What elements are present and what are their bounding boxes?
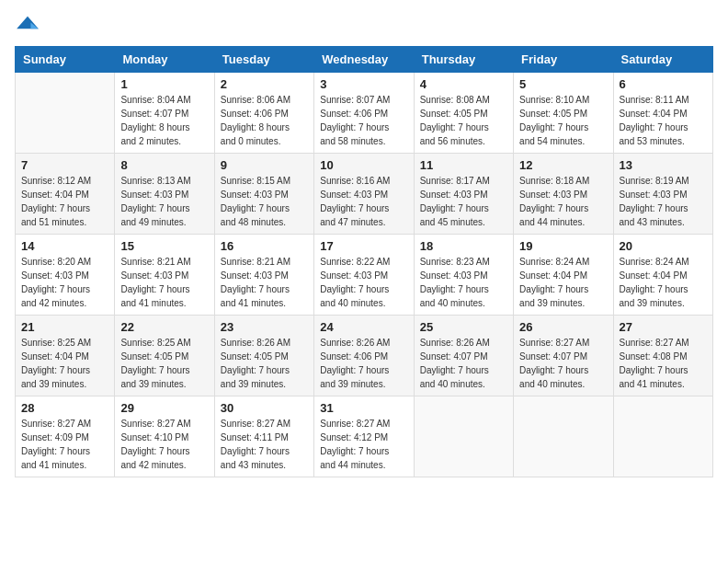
calendar-cell: 17Sunrise: 8:22 AM Sunset: 4:03 PM Dayli… [314,235,414,316]
day-number: 15 [120,239,208,253]
day-info: Sunrise: 8:04 AM Sunset: 4:07 PM Dayligh… [120,93,208,148]
calendar-cell: 31Sunrise: 8:27 AM Sunset: 4:12 PM Dayli… [314,396,414,477]
svg-marker-1 [30,22,38,29]
calendar-cell: 18Sunrise: 8:23 AM Sunset: 4:03 PM Dayli… [414,235,513,316]
day-info: Sunrise: 8:23 AM Sunset: 4:03 PM Dayligh… [420,255,507,310]
day-number: 21 [21,320,108,334]
day-number: 27 [620,320,707,334]
day-number: 28 [21,401,108,415]
day-number: 8 [120,158,208,172]
day-number: 3 [320,77,407,91]
day-info: Sunrise: 8:27 AM Sunset: 4:09 PM Dayligh… [21,417,108,472]
day-number: 23 [221,320,308,334]
calendar-cell: 30Sunrise: 8:27 AM Sunset: 4:11 PM Dayli… [214,396,313,477]
calendar-cell: 25Sunrise: 8:26 AM Sunset: 4:07 PM Dayli… [414,316,513,396]
day-info: Sunrise: 8:08 AM Sunset: 4:05 PM Dayligh… [420,93,507,148]
calendar-cell: 6Sunrise: 8:11 AM Sunset: 4:04 PM Daylig… [613,73,712,154]
calendar-cell: 11Sunrise: 8:17 AM Sunset: 4:03 PM Dayli… [414,154,513,235]
day-info: Sunrise: 8:21 AM Sunset: 4:03 PM Dayligh… [120,255,208,310]
calendar-cell: 13Sunrise: 8:19 AM Sunset: 4:03 PM Dayli… [613,154,712,235]
day-number: 29 [120,401,208,415]
calendar-week-row: 7Sunrise: 8:12 AM Sunset: 4:04 PM Daylig… [16,154,713,235]
calendar-header-wednesday: Wednesday [314,47,414,73]
calendar-header-thursday: Thursday [414,47,513,73]
calendar-cell [613,396,712,477]
day-info: Sunrise: 8:21 AM Sunset: 4:03 PM Dayligh… [221,255,308,310]
calendar-cell: 26Sunrise: 8:27 AM Sunset: 4:07 PM Dayli… [514,316,613,396]
calendar-cell: 3Sunrise: 8:07 AM Sunset: 4:06 PM Daylig… [314,73,414,154]
day-info: Sunrise: 8:27 AM Sunset: 4:08 PM Dayligh… [620,336,707,391]
day-info: Sunrise: 8:24 AM Sunset: 4:04 PM Dayligh… [519,255,607,310]
calendar-cell: 20Sunrise: 8:24 AM Sunset: 4:04 PM Dayli… [613,235,712,316]
day-number: 2 [221,77,308,91]
day-info: Sunrise: 8:16 AM Sunset: 4:03 PM Dayligh… [320,174,407,229]
day-number: 7 [21,158,108,172]
calendar-header-saturday: Saturday [613,47,712,73]
calendar-header-friday: Friday [514,47,613,73]
day-info: Sunrise: 8:25 AM Sunset: 4:05 PM Dayligh… [120,336,208,391]
day-number: 17 [320,239,407,253]
day-number: 19 [519,239,607,253]
day-number: 30 [221,401,308,415]
page-header [15,15,713,35]
calendar-cell: 27Sunrise: 8:27 AM Sunset: 4:08 PM Dayli… [613,316,712,396]
day-info: Sunrise: 8:11 AM Sunset: 4:04 PM Dayligh… [620,93,707,148]
logo-icon [15,15,40,35]
day-info: Sunrise: 8:27 AM Sunset: 4:11 PM Dayligh… [221,417,308,472]
calendar-cell: 16Sunrise: 8:21 AM Sunset: 4:03 PM Dayli… [214,235,313,316]
calendar-week-row: 21Sunrise: 8:25 AM Sunset: 4:04 PM Dayli… [16,316,713,396]
calendar-cell: 22Sunrise: 8:25 AM Sunset: 4:05 PM Dayli… [115,316,214,396]
calendar-cell: 19Sunrise: 8:24 AM Sunset: 4:04 PM Dayli… [514,235,613,316]
day-info: Sunrise: 8:26 AM Sunset: 4:05 PM Dayligh… [221,336,308,391]
day-number: 25 [420,320,507,334]
day-number: 12 [519,158,607,172]
calendar-cell: 10Sunrise: 8:16 AM Sunset: 4:03 PM Dayli… [314,154,414,235]
calendar-cell: 28Sunrise: 8:27 AM Sunset: 4:09 PM Dayli… [16,396,115,477]
day-info: Sunrise: 8:15 AM Sunset: 4:03 PM Dayligh… [221,174,308,229]
calendar-cell: 1Sunrise: 8:04 AM Sunset: 4:07 PM Daylig… [115,73,214,154]
day-number: 6 [620,77,707,91]
calendar-header-sunday: Sunday [16,47,115,73]
day-info: Sunrise: 8:27 AM Sunset: 4:12 PM Dayligh… [320,417,407,472]
day-info: Sunrise: 8:07 AM Sunset: 4:06 PM Dayligh… [320,93,407,148]
day-info: Sunrise: 8:12 AM Sunset: 4:04 PM Dayligh… [21,174,108,229]
day-info: Sunrise: 8:17 AM Sunset: 4:03 PM Dayligh… [420,174,507,229]
calendar-header-monday: Monday [115,47,214,73]
day-number: 26 [519,320,607,334]
calendar-week-row: 1Sunrise: 8:04 AM Sunset: 4:07 PM Daylig… [16,73,713,154]
day-info: Sunrise: 8:10 AM Sunset: 4:05 PM Dayligh… [519,93,607,148]
day-info: Sunrise: 8:06 AM Sunset: 4:06 PM Dayligh… [221,93,308,148]
day-number: 14 [21,239,108,253]
day-number: 31 [320,401,407,415]
calendar-cell: 7Sunrise: 8:12 AM Sunset: 4:04 PM Daylig… [16,154,115,235]
day-number: 11 [420,158,507,172]
calendar-week-row: 28Sunrise: 8:27 AM Sunset: 4:09 PM Dayli… [16,396,713,477]
day-info: Sunrise: 8:22 AM Sunset: 4:03 PM Dayligh… [320,255,407,310]
day-number: 5 [519,77,607,91]
calendar-cell [16,73,115,154]
day-info: Sunrise: 8:19 AM Sunset: 4:03 PM Dayligh… [620,174,707,229]
day-info: Sunrise: 8:27 AM Sunset: 4:10 PM Dayligh… [120,417,208,472]
calendar-cell: 12Sunrise: 8:18 AM Sunset: 4:03 PM Dayli… [514,154,613,235]
calendar-cell: 23Sunrise: 8:26 AM Sunset: 4:05 PM Dayli… [214,316,313,396]
day-info: Sunrise: 8:27 AM Sunset: 4:07 PM Dayligh… [519,336,607,391]
calendar-cell: 4Sunrise: 8:08 AM Sunset: 4:05 PM Daylig… [414,73,513,154]
day-number: 4 [420,77,507,91]
calendar-cell: 9Sunrise: 8:15 AM Sunset: 4:03 PM Daylig… [214,154,313,235]
calendar-cell [414,396,513,477]
calendar-cell: 21Sunrise: 8:25 AM Sunset: 4:04 PM Dayli… [16,316,115,396]
calendar-week-row: 14Sunrise: 8:20 AM Sunset: 4:03 PM Dayli… [16,235,713,316]
day-number: 9 [221,158,308,172]
logo [15,15,44,35]
calendar-cell [514,396,613,477]
day-number: 18 [420,239,507,253]
day-info: Sunrise: 8:24 AM Sunset: 4:04 PM Dayligh… [620,255,707,310]
day-info: Sunrise: 8:25 AM Sunset: 4:04 PM Dayligh… [21,336,108,391]
calendar-table: SundayMondayTuesdayWednesdayThursdayFrid… [15,46,713,477]
calendar-cell: 2Sunrise: 8:06 AM Sunset: 4:06 PM Daylig… [214,73,313,154]
day-number: 13 [620,158,707,172]
day-info: Sunrise: 8:20 AM Sunset: 4:03 PM Dayligh… [21,255,108,310]
day-number: 20 [620,239,707,253]
calendar-cell: 8Sunrise: 8:13 AM Sunset: 4:03 PM Daylig… [115,154,214,235]
day-number: 22 [120,320,208,334]
